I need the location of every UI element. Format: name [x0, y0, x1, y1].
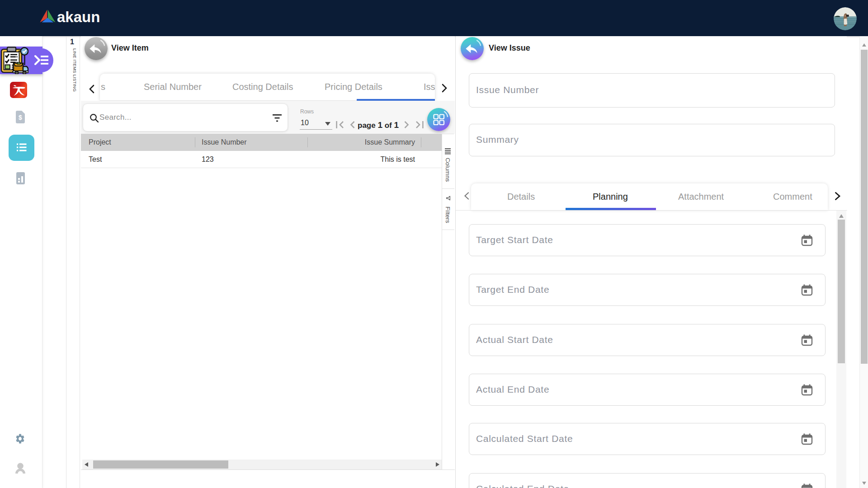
svg-text:$: $: [19, 114, 22, 121]
